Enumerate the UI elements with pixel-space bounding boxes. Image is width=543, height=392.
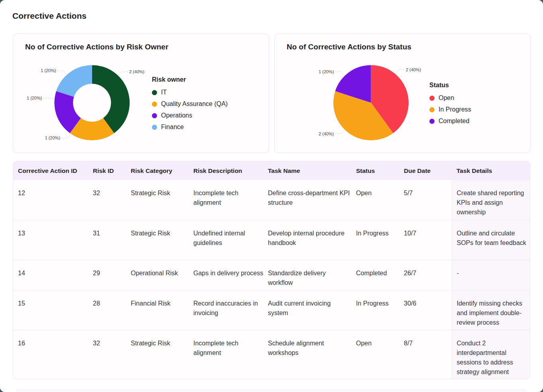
status-pie-chart: 2 (40%)2 (40%)1 (20%) <box>275 34 530 153</box>
cell-task-name: Define cross-department KPI structure <box>268 180 356 220</box>
table-row: 1331Strategic RiskUndefined internal gui… <box>13 220 530 260</box>
legend-item-label: In Progress <box>439 106 471 113</box>
cell-corrective-action-id: 12 <box>13 180 93 220</box>
legend-color-dot <box>429 107 435 112</box>
dashboard-page: Corrective Actions No of Corrective Acti… <box>0 0 543 392</box>
column-header-task-name: Task Name <box>268 161 356 180</box>
cell-task-details: Create shared reporting KPIs and assign … <box>452 180 530 220</box>
legend-item-open[interactable]: Open <box>429 94 471 102</box>
cell-status: Open <box>356 330 404 379</box>
legend-item-finance[interactable]: Finance <box>152 123 228 131</box>
legend-item-it[interactable]: IT <box>152 89 228 96</box>
cell-due-date: 26/7 <box>404 260 452 290</box>
page-title: Corrective Actions <box>12 11 87 21</box>
legend-color-dot <box>152 90 157 95</box>
legend-item-label: Operations <box>161 112 192 119</box>
next-section-top-edge <box>16 390 527 392</box>
cell-task-name: Schedule alignment workshops <box>268 330 356 379</box>
cell-task-details: - <box>452 260 530 290</box>
cell-task-name: Develop internal procedure handbook <box>268 220 356 260</box>
annotation-leader-line <box>57 71 66 74</box>
cell-task-name: Audit current invoicing system <box>268 290 356 330</box>
pie-slice-finance[interactable] <box>56 65 92 97</box>
cell-risk-category: Strategic Risk <box>131 220 193 260</box>
column-header-due-date: Due Date <box>404 161 452 180</box>
cell-due-date: 30/6 <box>404 290 452 330</box>
table-header-row: Corrective Action IDRisk IDRisk Category… <box>13 161 530 180</box>
chart-card-status: No of Corrective Actions by Status 2 (40… <box>274 33 531 153</box>
slice-annotation: 1 (20%) <box>45 136 60 141</box>
cell-corrective-action-id: 13 <box>13 220 93 260</box>
annotation-leader-line <box>43 98 54 99</box>
legend-color-dot <box>429 119 435 124</box>
cell-risk-id: 28 <box>93 290 131 330</box>
cell-risk-description: Undefined internal guidelines <box>193 220 268 260</box>
cell-due-date: 10/7 <box>404 220 452 260</box>
cell-risk-id: 32 <box>93 180 131 220</box>
legend-item-label: Quality Assurance (QA) <box>161 100 228 108</box>
corrective-actions-table-card: Corrective Action IDRisk IDRisk Category… <box>13 161 530 379</box>
cell-risk-id: 29 <box>93 260 131 290</box>
cell-risk-description: Gaps in delivery process <box>193 260 268 290</box>
legend-item-label: Finance <box>161 123 184 131</box>
column-header-corrective-action-id: Corrective Action ID <box>13 161 93 180</box>
chart-card-risk-owner: No of Corrective Actions by Risk Owner 2… <box>13 33 269 153</box>
cell-risk-description: Record inaccuracies in invoicing <box>193 290 268 330</box>
legend-color-dot <box>152 102 157 107</box>
cell-due-date: 8/7 <box>404 330 452 379</box>
cell-task-details: Outline and circulate SOPs for team feed… <box>452 220 530 260</box>
cell-due-date: 5/7 <box>404 180 452 220</box>
status-legend: Status OpenIn ProgressCompleted <box>429 82 471 129</box>
slice-annotation: 2 (40%) <box>319 131 334 136</box>
legend-color-dot <box>152 113 157 118</box>
cell-status: In Progress <box>356 290 404 330</box>
cell-status: Open <box>356 180 404 220</box>
annotation-leader-line <box>62 134 70 138</box>
slice-annotation: 2 (40%) <box>406 67 421 72</box>
column-header-task-details: Task Details <box>452 161 530 180</box>
cell-risk-id: 31 <box>93 220 131 260</box>
legend-title: Status <box>429 82 471 89</box>
annotation-leader-line <box>395 70 404 73</box>
legend-item-operations[interactable]: Operations <box>152 112 228 119</box>
cell-status: In Progress <box>356 220 404 260</box>
cell-risk-category: Strategic Risk <box>131 330 193 379</box>
risk-owner-donut-chart: 2 (40%)1 (20%)1 (20%)1 (20%) <box>13 34 269 153</box>
legend-item-in-progress[interactable]: In Progress <box>429 106 471 113</box>
annotation-leader-line <box>335 72 344 75</box>
cell-task-details: Identify missing checks and implement do… <box>452 290 530 330</box>
legend-item-label: IT <box>161 89 167 96</box>
legend-item-label: Completed <box>439 118 469 125</box>
legend-item-completed[interactable]: Completed <box>429 118 471 125</box>
legend-title: Risk owner <box>152 76 228 83</box>
slice-annotation: 1 (20%) <box>27 96 42 100</box>
cell-risk-category: Strategic Risk <box>131 180 193 220</box>
legend-item-label: Open <box>439 94 454 102</box>
cell-task-name: Standardize delivery workflow <box>268 260 356 290</box>
corrective-actions-table: Corrective Action IDRisk IDRisk Category… <box>13 161 530 379</box>
risk-owner-legend: Risk owner ITQuality Assurance (QA)Opera… <box>152 76 228 135</box>
cell-corrective-action-id: 16 <box>13 330 93 379</box>
annotation-leader-line <box>335 130 344 134</box>
legend-item-quality-assurance-qa-[interactable]: Quality Assurance (QA) <box>152 100 228 108</box>
table-row: 1632Strategic RiskIncomplete tech alignm… <box>13 330 530 379</box>
legend-color-dot <box>429 96 435 101</box>
slice-annotation: 1 (20%) <box>319 69 334 74</box>
table-row: 1232Strategic RiskIncomplete tech alignm… <box>13 180 530 220</box>
column-header-risk-description: Risk Description <box>193 161 268 180</box>
slice-annotation: 1 (20%) <box>41 68 56 73</box>
legend-color-dot <box>152 125 157 130</box>
cell-corrective-action-id: 15 <box>13 290 93 330</box>
cell-risk-description: Incomplete tech alignment <box>193 330 268 379</box>
cell-risk-description: Incomplete tech alignment <box>193 180 268 220</box>
cell-task-details: Conduct 2 interdepartmental sessions to … <box>452 330 530 379</box>
column-header-status: Status <box>356 161 404 180</box>
cell-risk-id: 32 <box>93 330 131 379</box>
cell-status: Completed <box>356 260 404 290</box>
column-header-risk-id: Risk ID <box>93 161 131 180</box>
cell-risk-category: Operational Risk <box>131 260 193 290</box>
cell-risk-category: Financial Risk <box>131 290 193 330</box>
table-row: 1528Financial RiskRecord inaccuracies in… <box>13 290 530 330</box>
column-header-risk-category: Risk Category <box>131 161 193 180</box>
cell-corrective-action-id: 14 <box>13 260 93 290</box>
